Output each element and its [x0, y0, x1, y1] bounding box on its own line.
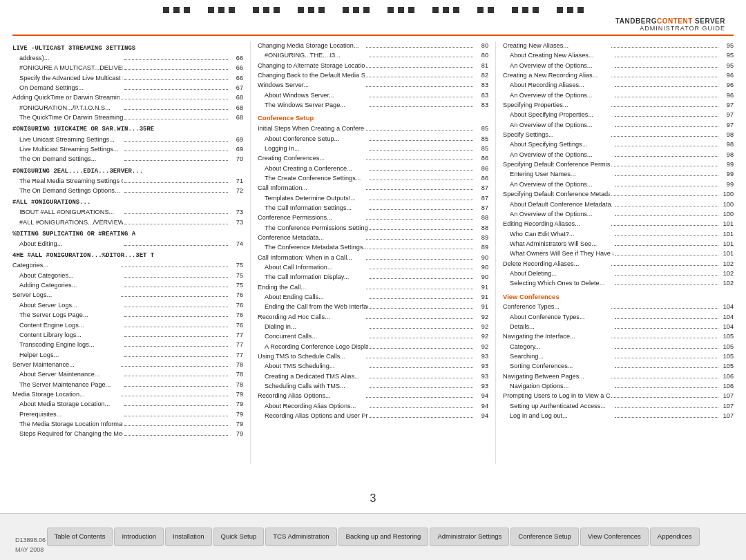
toc-entry-dots	[611, 378, 718, 378]
toc-entry-title: Steps Required for Changing the Media St…	[19, 429, 123, 438]
toc-entry: About Categories...75	[12, 271, 243, 280]
toc-entry-page: 73	[229, 208, 243, 217]
toc-content: LIVE -ULTICAST 3TREAMING 3ETTINGSaddress…	[0, 36, 746, 464]
toc-entry-page: 79	[229, 390, 243, 399]
nav-item-installation[interactable]: Installation	[165, 528, 211, 545]
toc-entry-page: 91	[475, 293, 488, 302]
toc-entry-dots	[615, 235, 718, 236]
toc-entry-dots	[366, 189, 473, 190]
col-divider-2	[495, 41, 496, 464]
toc-entry: An Overview of the Options...98	[503, 151, 734, 160]
toc-entry-dots	[615, 255, 718, 255]
toc-entry-title: Transcoding Engine logs...	[19, 340, 123, 349]
toc-entry-page: 79	[229, 420, 243, 429]
nav-item-introduction[interactable]: Introduction	[114, 528, 164, 545]
nav-item-toc[interactable]: Table of Contents	[47, 528, 113, 545]
toc-entry-title: #ONIGURATION.../P.T.I.O.N.S...	[19, 104, 123, 113]
nav-item-quick-setup[interactable]: Quick Setup	[213, 528, 265, 545]
brand-name: TANDBERGCONTENT SERVER	[615, 17, 725, 25]
toc-entry-page: 69	[229, 135, 243, 144]
toc-entry: Entering User Names...99	[503, 170, 734, 179]
toc-entry-dots	[370, 308, 473, 309]
toc-entry-page: 79	[229, 429, 243, 438]
toc-entry-dots	[121, 366, 228, 367]
toc-entry: About Conference Setup...85	[258, 135, 488, 144]
toc-entry-page: 104	[720, 322, 734, 331]
toc-entry-dots	[124, 151, 228, 151]
toc-entry: #ALL #ONIGURATIONS.../VERVIEW...73	[12, 218, 243, 227]
nav-item-appendices[interactable]: Appendices	[650, 528, 700, 545]
toc-entry-dots	[370, 97, 473, 97]
toc-entry-title: About Specifying Properties...	[510, 110, 613, 119]
doc-number: D13898.06	[15, 536, 46, 545]
toc-entry-dots	[124, 224, 228, 224]
toc-entry-title: Sorting Conferences...	[510, 362, 613, 371]
toc-entry-title: Specify Settings...	[503, 131, 610, 139]
toc-entry-dots	[615, 97, 718, 97]
toc-entry: An Overview of the Options...96	[503, 91, 734, 100]
toc-entry-title: About Deleting...	[510, 269, 613, 278]
toc-entry-title: The Conference Permissions Settings...	[265, 224, 368, 233]
toc-entry-page: 76	[229, 301, 243, 310]
toc-entry: Dialing in...92	[258, 322, 488, 331]
toc-entry-title: Editing Recording Aliases...	[503, 220, 610, 229]
toc-entry-page: 97	[720, 110, 734, 119]
toc-entry-page: 107	[720, 392, 734, 400]
toc-entry: Conference Types...104	[503, 302, 734, 311]
toc-entry-title: An Overview of the Options...	[510, 121, 613, 130]
toc-entry-dots	[124, 59, 228, 60]
toc-entry: A Recording Conference Logo Displayed at…	[258, 342, 488, 351]
toc-entry-title: About Categories...	[19, 271, 123, 280]
toc-entry-page: 71	[229, 177, 243, 186]
nav-item-tcs-admin[interactable]: TCS Administration	[265, 528, 336, 545]
toc-entry-title: About Default Conference Metadata...	[510, 200, 613, 209]
nav-item-view-conferences[interactable]: View Conferences	[580, 528, 649, 545]
toc-entry-title: About Call Information...	[265, 263, 368, 272]
toc-entry-title: What Owners Will See if They Have a Reco…	[510, 249, 613, 258]
toc-entry-page: 91	[475, 302, 488, 311]
toc-entry-title: About Server Maintenance...	[19, 370, 123, 379]
toc-entry-dots	[366, 219, 473, 220]
toc-entry-page: 75	[229, 271, 243, 280]
nav-item-backing-up[interactable]: Backing up and Restoring	[338, 528, 429, 545]
toc-entry-title: Dialing in...	[265, 322, 368, 331]
toc-entry: About Specifying Properties...97	[503, 110, 734, 119]
toc-entry: Adding QuickTime or Darwin Streaming Ser…	[12, 93, 243, 102]
toc-entry-dots	[615, 245, 718, 246]
toc-entry: Specify the Advanced Live Multicast Sett…	[12, 74, 243, 83]
decorative-squares	[0, 0, 746, 17]
toc-entry: The Server Maintenance Page...78	[12, 380, 243, 389]
toc-entry-page: 95	[720, 51, 734, 60]
toc-entry-title: Details...	[510, 322, 613, 331]
toc-entry-page: 100	[720, 200, 734, 209]
toc-entry-dots	[370, 367, 473, 368]
toc-entry: Initial Steps When Creating a Conference…	[258, 124, 488, 133]
toc-entry-page: 77	[229, 331, 243, 340]
toc-entry-dots	[615, 318, 718, 319]
toc-entry-page: 101	[720, 249, 734, 258]
toc-entry-title: Live Unicast Streaming Settings...	[19, 135, 123, 144]
toc-entry-title: The QuickTime Or Darwin Streaming Server…	[19, 113, 123, 122]
toc-entry: On Demand Settings...67	[12, 84, 243, 93]
toc-entry-dots	[370, 170, 473, 171]
toc-entry-title: Entering User Names...	[510, 170, 613, 179]
page-header: TANDBERGCONTENT SERVER ADMINISTRATOR GUI…	[0, 17, 746, 35]
toc-entry-title: The Call Information Settings...	[265, 204, 368, 213]
toc-entry: Editing Recording Aliases...101	[503, 220, 734, 229]
toc-entry-title: Specify the Advanced Live Multicast Sett…	[19, 74, 123, 83]
toc-entry-title: Live Multicast Streaming Settings...	[19, 145, 123, 154]
toc-entry: The Conference Permissions Settings...88	[258, 224, 488, 233]
toc-entry-dots	[615, 206, 718, 206]
toc-entry: Live Unicast Streaming Settings...69	[12, 135, 243, 144]
toc-entry-title: Ending the Call from the Web Interface..…	[265, 302, 368, 311]
toc-entry-page: 90	[475, 263, 488, 272]
toc-entry-page: 105	[720, 332, 734, 341]
toc-entry: About Default Conference Metadata...100	[503, 200, 734, 209]
toc-entry-page: 106	[720, 372, 734, 381]
toc-entry: Searching...105	[503, 352, 734, 361]
toc-entry-title: Prerequisites...	[19, 410, 123, 419]
nav-item-conference-setup[interactable]: Conference Setup	[510, 528, 579, 545]
nav-item-admin-settings[interactable]: Administrator Settings	[430, 528, 509, 545]
toc-entry-page: 100	[720, 190, 734, 199]
toc-entry-page: 80	[475, 41, 488, 50]
